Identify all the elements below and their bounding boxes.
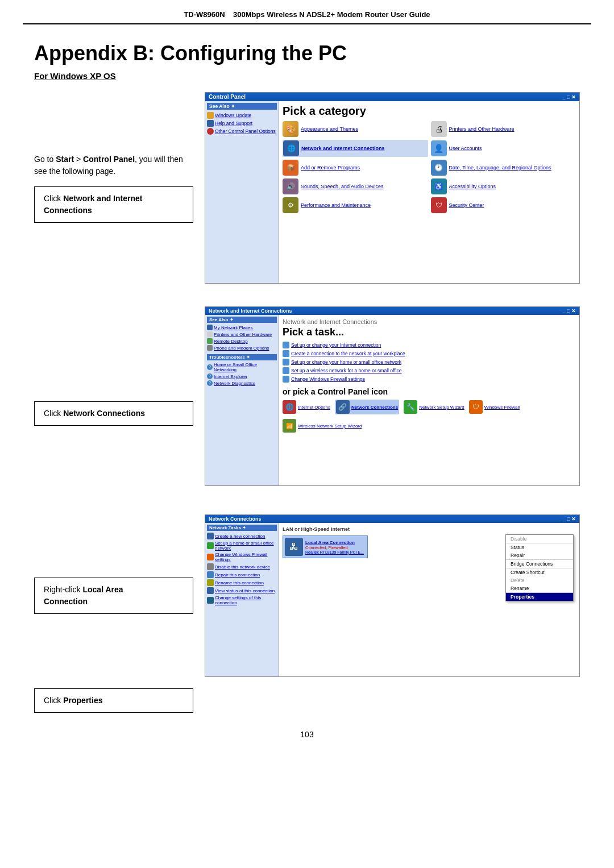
nc-pick-task: Pick a task... <box>283 326 576 338</box>
lan-conn-status: Connected, Firewalled <box>305 545 364 550</box>
nc-icon-setup[interactable]: 🔧 Network Setup Wizard <box>404 400 464 414</box>
content-area: Go to Start > Control Panel, you will th… <box>34 92 580 713</box>
nc-task-1[interactable]: Set up or change your Internet connectio… <box>283 342 576 348</box>
nc-icon-firewall[interactable]: 🛡 Windows Firewall <box>469 400 520 414</box>
nc-trouble-1[interactable]: ? Home or Small Office Networking <box>207 362 277 372</box>
nc-trouble-3[interactable]: ? Network Diagnostics <box>207 380 277 386</box>
nc-trouble-2[interactable]: ? Internet Explorer <box>207 373 277 379</box>
nc-or-pick: or pick a Control Panel icon <box>283 387 576 396</box>
nc-screenshot: Network and Internet Connections _ □ ✕ S… <box>205 306 580 486</box>
lan-task-6[interactable]: Rename this connection <box>207 579 277 586</box>
step1-row: Go to Start > Control Panel, you will th… <box>34 92 580 284</box>
nc-title: Network and Internet Connections <box>209 308 292 314</box>
product-name: TD-W8960N <box>184 10 225 19</box>
nc-see-also-3[interactable]: Remote Desktop <box>207 338 277 344</box>
step1-left: Go to Start > Control Panel, you will th… <box>34 153 193 223</box>
ctx-properties[interactable]: Properties <box>506 593 573 601</box>
step3-box: Right-click Local AreaConnection <box>34 578 193 614</box>
cp-cat-sounds[interactable]: 🔊 Sounds, Speech, and Audio Devices <box>283 178 428 194</box>
nc-see-also-4[interactable]: Phone and Modem Options <box>207 345 277 351</box>
lan-task-7[interactable]: View status of this connection <box>207 587 277 594</box>
nc-see-also-2[interactable]: Printers and Other Hardware <box>207 331 277 337</box>
step4-row: Click Properties <box>34 688 580 713</box>
cp-see-also-3[interactable]: Other Control Panel Options <box>207 128 277 135</box>
step3-left: Right-click Local AreaConnection <box>34 578 193 614</box>
ctx-repair[interactable]: Repair <box>506 551 573 559</box>
page-header: TD-W8960N 300Mbps Wireless N ADSL2+ Mode… <box>23 0 591 24</box>
nc-task-4[interactable]: Set up a wireless network for a home or … <box>283 367 576 374</box>
cp-cat-programs[interactable]: 📦 Add or Remove Programs <box>283 160 428 176</box>
lan-task-5[interactable]: Repair this connection <box>207 571 277 578</box>
lan-task-3[interactable]: Change Windows Firewall settings <box>207 552 277 562</box>
cp-cat-datetime[interactable]: 🕐 Date, Time, Language, and Regional Opt… <box>431 160 576 176</box>
ctx-status[interactable]: Status <box>506 543 573 551</box>
cp-cat-network[interactable]: 🌐 Network and Internet Connections <box>283 140 428 157</box>
page-title: Appendix B: Configuring the PC <box>34 41 580 65</box>
ctx-delete[interactable]: Delete <box>506 576 573 584</box>
cp-screenshot: Control Panel _ □ ✕ See Also ✦ Windows U… <box>205 92 580 284</box>
nc-icon-network-conn[interactable]: 🔗 Network Connections <box>335 400 399 414</box>
lan-task-1[interactable]: Create a new connection <box>207 533 277 539</box>
ctx-bridge[interactable]: Bridge Connections <box>506 560 573 568</box>
cp-see-also-title: See Also ✦ <box>207 103 277 110</box>
step1-box: Click Network and InternetConnections <box>34 186 193 223</box>
lan-conn-detail: Realtek RTL8139 Family PCI E... <box>305 550 364 554</box>
step34-area: Right-click Local AreaConnection Network… <box>34 514 580 713</box>
step2-box: Click Network Connections <box>34 401 193 426</box>
lan-task-4[interactable]: Disable this network device <box>207 563 277 570</box>
section-subtitle: For Windows XP OS <box>34 71 580 81</box>
cp-cat-performance[interactable]: ⚙ Performance and Maintenance <box>283 197 428 213</box>
cp-pick-category: Pick a category <box>283 105 576 118</box>
ctx-shortcut[interactable]: Create Shortcut <box>506 568 573 576</box>
step4-box: Click Properties <box>34 688 193 713</box>
cp-cat-accessibility[interactable]: ♿ Accessibility Options <box>431 178 576 194</box>
lan-window-title: Network Connections <box>209 516 262 522</box>
step4-left: Click Properties <box>34 688 193 713</box>
step2-left: Click Network Connections <box>34 367 193 426</box>
nc-task-2[interactable]: Create a connection to the network at yo… <box>283 350 576 357</box>
cp-cat-security[interactable]: 🛡 Security Center <box>431 197 576 213</box>
nc-task-5[interactable]: Change Windows Firewall settings <box>283 376 576 383</box>
lan-task-2[interactable]: Set up a home or small office network <box>207 541 277 551</box>
nc-see-also-1[interactable]: My Network Places <box>207 325 277 330</box>
lan-connection-item[interactable]: 🖧 Local Area Connection Connected, Firew… <box>283 535 368 558</box>
step3-row: Right-click Local AreaConnection Network… <box>34 514 580 677</box>
cp-see-also-1[interactable]: Windows Update <box>207 112 277 119</box>
nc-icon-internet[interactable]: 🌐 Internet Options <box>283 400 330 414</box>
nc-task-3[interactable]: Set up or change your home or small offi… <box>283 359 576 366</box>
cp-cat-appearance[interactable]: 🎨 Appearance and Themes <box>283 121 428 137</box>
context-menu: Disable Status Repair Bridge Connections… <box>505 534 574 601</box>
guide-title: 300Mbps Wireless N ADSL2+ Modem Router U… <box>233 10 430 19</box>
step1-intro: Go to Start > Control Panel, you will th… <box>34 153 193 177</box>
nc-breadcrumb: Network and Internet Connections <box>283 318 576 325</box>
ctx-disable[interactable]: Disable <box>506 535 573 543</box>
page-number: 103 <box>0 730 614 750</box>
cp-cat-printers[interactable]: 🖨 Printers and Other Hardware <box>431 121 576 137</box>
cp-cat-users[interactable]: 👤 User Accounts <box>431 140 576 157</box>
step2-row: Click Network Connections Network and In… <box>34 306 580 486</box>
lan-conn-name: Local Area Connection <box>305 540 364 545</box>
cp-see-also-2[interactable]: Help and Support <box>207 120 277 127</box>
lan-task-8[interactable]: Change settings of this connection <box>207 595 277 605</box>
lan-screenshot: Network Connections _ □ ✕ Network Tasks … <box>205 514 580 677</box>
nc-icon-wireless[interactable]: 📶 Wireless Network Setup Wizard <box>283 419 362 433</box>
lan-panel-title: LAN or High-Speed Internet <box>283 526 576 532</box>
cp-title: Control Panel <box>209 94 246 100</box>
ctx-rename[interactable]: Rename <box>506 584 573 592</box>
